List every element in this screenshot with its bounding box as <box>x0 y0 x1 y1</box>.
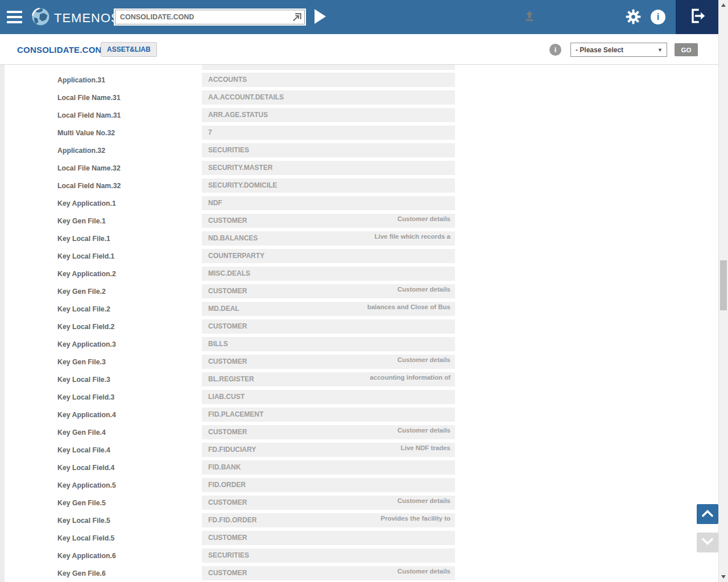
menu-icon[interactable] <box>7 11 22 23</box>
form-row: Key Gen File.1 CUSTOMER Customer details <box>0 212 718 230</box>
field-value: FID.BANK <box>202 460 455 475</box>
field-label: Key Application.3 <box>0 340 202 348</box>
field-label: Key Local File.5 <box>0 517 202 525</box>
form-row: Key Local Field.5 CUSTOMER <box>0 529 718 547</box>
form-row: Key Local File.3 BL.REGISTER accounting … <box>0 371 718 388</box>
field-label: Local File Name.31 <box>0 94 202 102</box>
field-label: Key Application.4 <box>0 411 202 419</box>
brand-text: TEMENOS <box>54 11 120 26</box>
field-description: balances and Close of Bus <box>367 304 450 310</box>
settings-gear-icon[interactable] <box>626 9 641 27</box>
clipped-field-box <box>202 65 455 70</box>
command-line-wrapper <box>114 9 306 26</box>
form-row: Key Local Field.3 LIAB.CUST <box>0 388 718 406</box>
field-value: CUSTOMER Customer details <box>202 355 455 369</box>
form-row: Key Local File.2 MD.DEAL balances and Cl… <box>0 300 718 318</box>
t24-browser-window: TEMENOS <box>0 0 728 582</box>
vertical-scrollbar[interactable] <box>718 0 728 582</box>
field-value: FID.PLACEMENT <box>202 408 455 422</box>
field-label: Key Application.2 <box>0 270 202 278</box>
command-input[interactable] <box>115 10 304 24</box>
temenos-logo: TEMENOS <box>31 7 120 28</box>
field-label: Key Local File.4 <box>0 446 202 454</box>
chevron-up-icon <box>701 509 714 519</box>
field-label: Application.32 <box>0 147 202 155</box>
form-row: Key Gen File.5 CUSTOMER Customer details <box>0 494 718 512</box>
record-form: Application.31 ACCOUNTS Local File Name.… <box>0 65 718 582</box>
record-toolbar: CONSOLIDATE.COND ASSET&LIAB i - Please S… <box>0 34 718 65</box>
field-description: Customer details <box>398 215 450 222</box>
form-row: Key Local Field.4 FID.BANK <box>0 459 718 476</box>
page-title: CONSOLIDATE.COND <box>17 34 108 65</box>
field-description: Customer details <box>398 286 450 293</box>
field-value: ND.BALANCES Live file which records a <box>202 231 455 246</box>
field-label: Key Local Field.2 <box>0 323 202 331</box>
chevron-down-icon: ▼ <box>657 47 667 53</box>
scrollbar-down-arrow-icon[interactable] <box>721 575 726 579</box>
field-value: LIAB.CUST <box>202 390 455 404</box>
chevron-down-icon <box>701 538 714 548</box>
field-value: COUNTERPARTY <box>202 249 455 263</box>
form-row: Key Application.2 MISC.DEALS <box>0 265 718 282</box>
sign-off-button[interactable] <box>676 0 718 34</box>
field-value: FID.ORDER <box>202 478 455 492</box>
field-label: Key Local Field.5 <box>0 534 202 542</box>
field-label: Key Local File.2 <box>0 305 202 313</box>
form-row: Key Local Field.1 COUNTERPARTY <box>0 247 718 265</box>
form-row: Key Application.5 FID.ORDER <box>0 476 718 494</box>
field-value: SECURITIES <box>202 143 455 157</box>
form-row: Local File Name.31 AA.ACCOUNT.DETAILS <box>0 89 718 106</box>
field-description: Customer details <box>398 568 450 575</box>
field-value: ACCOUNTS <box>202 73 455 87</box>
run-command-icon[interactable] <box>315 9 329 25</box>
field-description: Live file which records a <box>374 233 450 240</box>
field-label: Key Gen File.2 <box>0 288 202 296</box>
field-label: Key Gen File.4 <box>0 429 202 436</box>
go-button[interactable]: GO <box>675 43 698 56</box>
field-value: FD.FID.ORDER Provides the facility to <box>202 513 455 527</box>
field-value: NDF <box>202 196 455 210</box>
field-value: SECURITY.MASTER <box>202 161 455 175</box>
form-row: Key Application.3 BILLS <box>0 335 718 353</box>
form-row: Local Field Nam.32 SECURITY.DOMICILE <box>0 177 718 194</box>
field-label: Local File Name.32 <box>0 164 202 172</box>
scroll-to-bottom-button[interactable] <box>697 533 718 552</box>
field-description: Customer details <box>398 427 450 434</box>
field-label: Key Application.1 <box>0 199 202 207</box>
scroll-to-top-button[interactable] <box>697 504 718 524</box>
field-label: Application.31 <box>0 76 202 84</box>
field-value: 7 <box>202 126 455 140</box>
record-id-badge[interactable]: ASSET&LIAB <box>101 42 157 57</box>
field-label: Key Application.6 <box>0 552 202 560</box>
form-row: Key Application.6 SECURITIES <box>0 547 718 564</box>
form-row: Key Local File.5 FD.FID.ORDER Provides t… <box>0 512 718 529</box>
form-row: Multi Value No.32 7 <box>0 124 718 142</box>
field-value: AA.ACCOUNT.DETAILS <box>202 90 455 105</box>
form-row: Application.32 SECURITIES <box>0 142 718 159</box>
field-label: Key Local Field.3 <box>0 393 202 401</box>
scrollbar-up-arrow-icon[interactable] <box>721 3 726 7</box>
field-description: Provides the facility to <box>380 515 450 522</box>
form-rows: Application.31 ACCOUNTS Local File Name.… <box>0 71 718 582</box>
form-row: Local Field Nam.31 ARR.AGE.STATUS <box>0 106 718 124</box>
commit-upload-icon[interactable] <box>523 10 536 22</box>
launch-arrow-icon[interactable] <box>291 11 303 23</box>
form-row: Key Local Field.2 CUSTOMER <box>0 318 718 335</box>
field-value: MD.DEAL balances and Close of Bus <box>202 302 455 316</box>
field-value: CUSTOMER Customer details <box>202 214 455 228</box>
sign-off-icon <box>688 7 706 27</box>
field-label: Key Local File.3 <box>0 376 202 384</box>
field-value: CUSTOMER <box>202 319 455 334</box>
field-label: Key Application.5 <box>0 481 202 489</box>
action-select[interactable]: - Please Select ▼ <box>570 43 667 57</box>
help-info-icon[interactable]: i <box>651 10 665 24</box>
form-row: Application.31 ACCOUNTS <box>0 71 718 89</box>
form-row: Key Gen File.4 CUSTOMER Customer details <box>0 423 718 441</box>
form-row: Key Local File.4 FD.FIDUCIARY Live NDF t… <box>0 441 718 459</box>
field-description: Customer details <box>398 356 450 363</box>
field-label: Key Gen File.3 <box>0 358 202 366</box>
record-info-icon[interactable]: i <box>549 44 561 56</box>
scrollbar-thumb[interactable] <box>720 260 727 310</box>
field-value: BL.REGISTER accounting information of <box>202 372 455 386</box>
form-row: Key Local File.1 ND.BALANCES Live file w… <box>0 230 718 247</box>
